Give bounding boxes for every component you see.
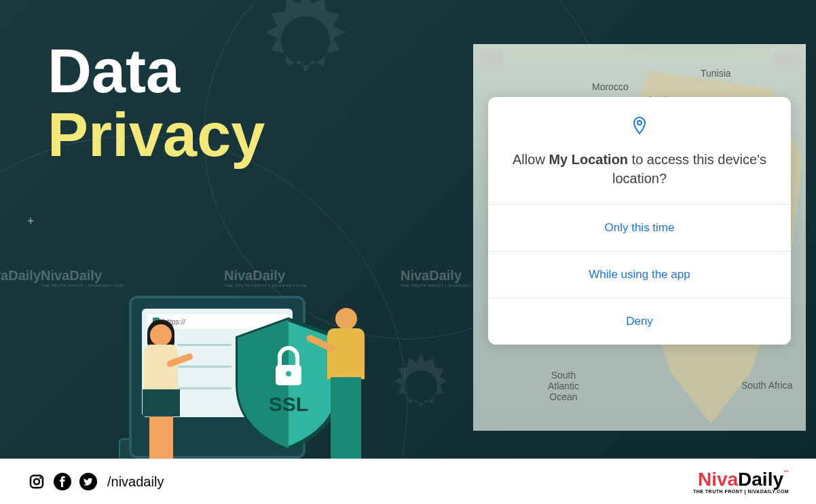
plus-icon: + bbox=[27, 214, 41, 228]
main-banner: Data Privacy $ username •••••• bbox=[0, 0, 816, 459]
person-graphic bbox=[312, 303, 380, 459]
instagram-icon[interactable] bbox=[27, 472, 46, 491]
dialog-title: Allow My Location to access this device'… bbox=[510, 150, 769, 188]
svg-text:SSL: SSL bbox=[269, 393, 308, 415]
person-graphic bbox=[132, 316, 190, 459]
location-permission-dialog: Allow My Location to access this device'… bbox=[488, 97, 791, 345]
only-this-time-button[interactable]: Only this time bbox=[488, 204, 791, 251]
title-line-1: Data bbox=[48, 41, 265, 102]
location-pin-icon bbox=[631, 116, 648, 138]
map-control-button[interactable] bbox=[775, 51, 799, 64]
map-label: Tunisia bbox=[701, 68, 731, 79]
svg-point-5 bbox=[286, 371, 291, 376]
page-title: Data Privacy bbox=[48, 41, 265, 169]
map-label: South Africa bbox=[741, 380, 793, 391]
svg-point-10 bbox=[39, 477, 41, 479]
deny-button[interactable]: Deny bbox=[488, 298, 791, 345]
facebook-icon[interactable] bbox=[53, 472, 72, 491]
twitter-icon[interactable] bbox=[79, 472, 98, 491]
while-using-app-button[interactable]: While using the app bbox=[488, 251, 791, 298]
svg-point-7 bbox=[637, 121, 642, 125]
social-handles: /nivadaily bbox=[27, 472, 164, 491]
footer: /nivadaily NivaDaily™ THE TRUTH FRONT | … bbox=[0, 459, 816, 504]
map-label: South Atlantic Ocean bbox=[548, 370, 579, 402]
map-control-button[interactable] bbox=[480, 51, 504, 64]
social-handle-text: /nivadaily bbox=[107, 474, 164, 490]
phone-screenshot: Morocco Tunisia Algeria South Africa Sou… bbox=[473, 44, 806, 431]
brand-logo: NivaDaily™ THE TRUTH FRONT | NIVADAILY.C… bbox=[693, 470, 789, 494]
svg-point-9 bbox=[34, 479, 39, 484]
map-label: Morocco bbox=[592, 81, 629, 92]
title-line-2: Privacy bbox=[48, 102, 265, 169]
security-illustration: $ username •••••• + bbox=[27, 214, 421, 459]
